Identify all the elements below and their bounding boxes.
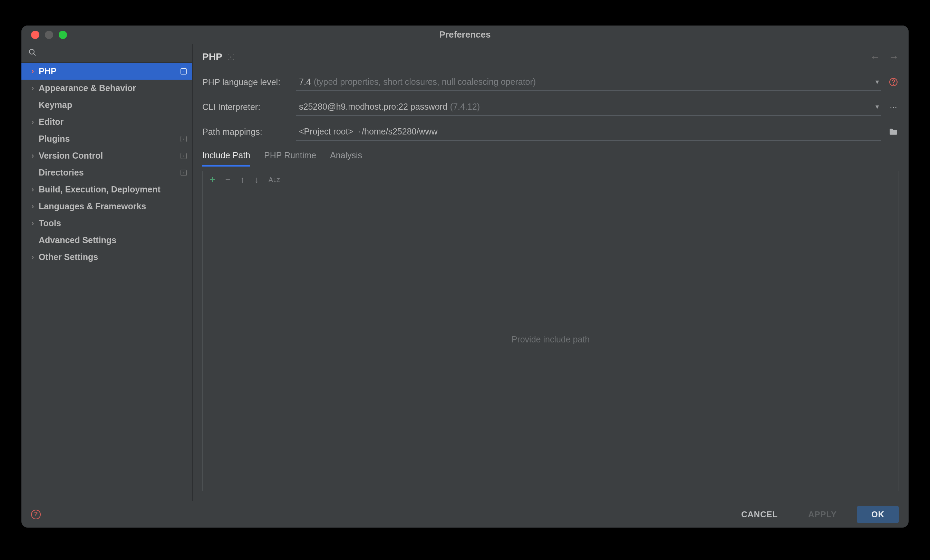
sort-az-button[interactable]: A↓z [269,176,280,183]
lang-level-value: 7.4 [299,77,311,87]
include-path-panel: + − ↑ ↓ A↓z Provide include path [202,171,899,491]
for-project-badge: ▫ [180,170,187,176]
lang-level-help-icon[interactable] [888,78,899,87]
nav-back-icon[interactable]: ← [870,51,880,63]
sidebar-item-editor[interactable]: ›Editor [22,114,192,130]
sidebar-item-label: Other Settings [38,252,187,262]
sidebar-item-label: PHP [38,66,180,76]
lang-level-row: PHP language level: 7.4 (typed propertie… [202,70,899,95]
sidebar-item-label: Plugins [38,134,180,144]
main-panel: PHP ▫ ← → PHP language level: 7.4 (typed… [192,44,908,501]
interpreter-row: CLI Interpreter: s25280@h9.modhost.pro:2… [202,95,899,119]
tab-php-runtime[interactable]: PHP Runtime [264,150,316,167]
apply-button: APPLY [798,506,847,523]
sidebar-item-plugins[interactable]: Plugins▫ [22,130,192,147]
sidebar-item-label: Keymap [38,100,187,110]
sidebar-item-directories[interactable]: Directories▫ [22,164,192,181]
move-down-button[interactable]: ↓ [254,175,259,184]
ok-button[interactable]: OK [857,506,899,523]
chevron-down-icon: ▾ [875,103,879,111]
minimize-window-button[interactable] [45,31,53,39]
interpreter-hint: (7.4.12) [450,102,480,112]
interpreter-label: CLI Interpreter: [202,102,289,112]
sidebar-item-version-control[interactable]: ›Version Control▫ [22,147,192,164]
sidebar: ›PHP▫›Appearance & BehaviorKeymap›Editor… [22,44,192,501]
chevron-right-icon: › [28,151,37,160]
lang-level-select[interactable]: 7.4 (typed properties, short closures, n… [296,73,881,91]
interpreter-select[interactable]: s25280@h9.modhost.pro:22 password (7.4.1… [296,98,881,116]
sidebar-item-tools[interactable]: ›Tools [22,215,192,232]
remove-button[interactable]: − [225,175,231,184]
mappings-browse-icon[interactable] [888,128,899,135]
tab-analysis[interactable]: Analysis [330,150,362,167]
preferences-window: Preferences ›PHP▫›Appearance & BehaviorK… [22,26,908,528]
breadcrumb-title: PHP [202,51,222,63]
close-window-button[interactable] [31,31,39,39]
chevron-right-icon: › [28,185,37,194]
include-toolbar: + − ↑ ↓ A↓z [203,171,899,188]
include-path-empty-text: Provide include path [203,188,899,491]
chevron-right-icon: › [28,202,37,211]
search-input[interactable] [37,49,185,58]
svg-line-1 [34,54,35,55]
mappings-field[interactable]: <Project root>→/home/s25280/www [296,123,881,141]
chevron-right-icon: › [28,118,37,127]
lang-level-label: PHP language level: [202,77,289,87]
interpreter-browse-button[interactable]: ··· [888,102,899,112]
traffic-lights [22,31,67,39]
mappings-label: Path mappings: [202,127,289,137]
sidebar-item-label: Editor [38,117,187,127]
move-up-button[interactable]: ↑ [240,175,245,184]
tabs: Include PathPHP RuntimeAnalysis [192,144,908,167]
chevron-right-icon: › [28,219,37,228]
chevron-right-icon: › [28,253,37,262]
chevron-down-icon: ▾ [875,78,879,86]
svg-point-3 [893,84,894,85]
for-project-badge: ▫ [228,54,234,60]
sidebar-item-build-execution-deployment[interactable]: ›Build, Execution, Deployment [22,181,192,198]
sidebar-item-label: Build, Execution, Deployment [38,184,187,195]
breadcrumb-nav: ← → [870,51,899,63]
sidebar-item-label: Version Control [38,151,180,161]
search-row [22,44,192,63]
mappings-row: Path mappings: <Project root>→/home/s252… [202,119,899,144]
for-project-badge: ▫ [180,68,187,75]
svg-point-0 [29,49,34,54]
form: PHP language level: 7.4 (typed propertie… [192,70,908,144]
tab-include-path[interactable]: Include Path [202,150,250,167]
interpreter-value: s25280@h9.modhost.pro:22 password [299,102,447,112]
sidebar-item-label: Appearance & Behavior [38,83,187,93]
sidebar-item-label: Languages & Frameworks [38,201,187,212]
breadcrumb-row: PHP ▫ ← → [192,44,908,70]
dialog-footer: ? CANCEL APPLY OK [22,501,908,528]
chevron-right-icon: › [28,84,37,93]
search-icon [28,48,37,58]
add-button[interactable]: + [209,175,216,185]
sidebar-item-label: Advanced Settings [38,235,187,245]
maximize-window-button[interactable] [59,31,67,39]
for-project-badge: ▫ [180,153,187,159]
sidebar-item-languages-frameworks[interactable]: ›Languages & Frameworks [22,198,192,215]
for-project-badge: ▫ [180,136,187,142]
footer-help-icon[interactable]: ? [31,509,41,519]
sidebar-item-label: Tools [38,218,187,228]
sidebar-item-php[interactable]: ›PHP▫ [22,63,192,80]
sidebar-item-keymap[interactable]: Keymap [22,97,192,114]
titlebar: Preferences [22,26,908,44]
sidebar-item-appearance-behavior[interactable]: ›Appearance & Behavior [22,80,192,97]
chevron-right-icon: › [28,67,37,76]
cancel-button[interactable]: CANCEL [731,506,788,523]
sidebar-item-advanced-settings[interactable]: Advanced Settings [22,232,192,249]
mappings-value: <Project root>→/home/s25280/www [299,127,438,137]
window-title: Preferences [439,29,491,40]
sidebar-item-other-settings[interactable]: ›Other Settings [22,249,192,265]
settings-tree: ›PHP▫›Appearance & BehaviorKeymap›Editor… [22,63,192,501]
sidebar-item-label: Directories [38,167,180,178]
nav-forward-icon[interactable]: → [888,51,899,63]
lang-level-hint: (typed properties, short closures, null … [314,77,536,87]
